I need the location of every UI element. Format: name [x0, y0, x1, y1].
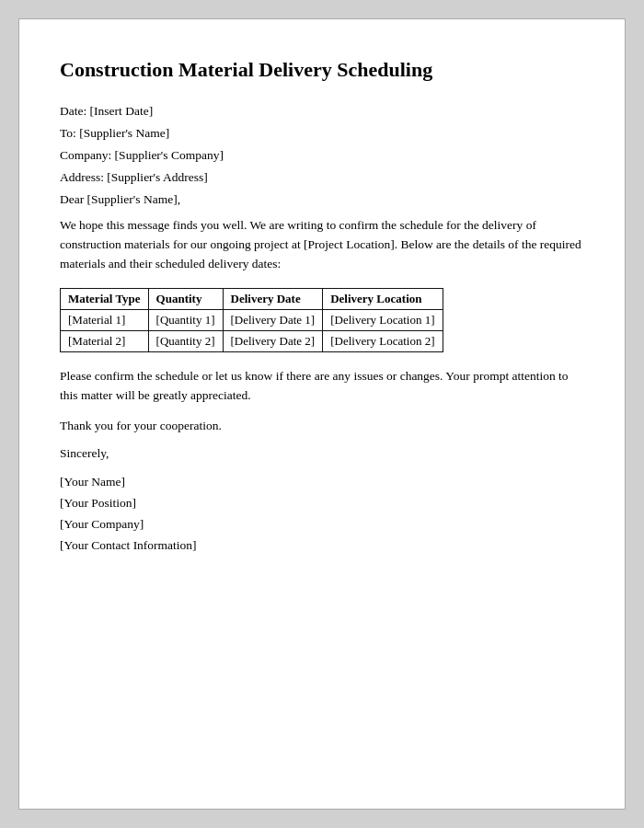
delivery-table: Material Type Quantity Delivery Date Del… — [60, 288, 443, 352]
col-header-delivery-location: Delivery Location — [323, 289, 443, 310]
col-header-delivery-date: Delivery Date — [223, 289, 323, 310]
thank-you: Thank you for your cooperation. — [60, 419, 584, 433]
document-title: Construction Material Delivery Schedulin… — [60, 56, 584, 84]
table-row: [Material 1][Quantity 1][Delivery Date 1… — [61, 310, 443, 331]
signature-position: [Your Position] — [60, 493, 584, 514]
signature-name: [Your Name] — [60, 472, 584, 493]
col-header-quantity: Quantity — [148, 289, 223, 310]
table-cell-row1-col1: [Quantity 2] — [148, 331, 223, 352]
intro-paragraph: We hope this message finds you well. We … — [60, 216, 584, 274]
signature-contact: [Your Contact Information] — [60, 535, 584, 557]
address-line: Address: [Supplier's Address] — [60, 170, 584, 185]
date-line: Date: [Insert Date] — [60, 104, 584, 119]
table-header-row: Material Type Quantity Delivery Date Del… — [61, 289, 443, 310]
sincerely: Sincerely, — [60, 446, 584, 461]
table-row: [Material 2][Quantity 2][Delivery Date 2… — [61, 331, 443, 352]
company-line: Company: [Supplier's Company] — [60, 148, 584, 163]
signature-company: [Your Company] — [60, 514, 584, 535]
table-cell-row0-col2: [Delivery Date 1] — [223, 310, 323, 331]
table-cell-row0-col3: [Delivery Location 1] — [323, 310, 443, 331]
salutation: Dear [Supplier's Name], — [60, 192, 584, 207]
document-container: Construction Material Delivery Schedulin… — [18, 18, 626, 810]
signature-block: [Your Name] [Your Position] [Your Compan… — [60, 472, 584, 557]
table-cell-row0-col0: [Material 1] — [61, 310, 149, 331]
table-cell-row1-col2: [Delivery Date 2] — [223, 331, 323, 352]
to-line: To: [Supplier's Name] — [60, 126, 584, 141]
closing-paragraph: Please confirm the schedule or let us kn… — [60, 367, 584, 406]
table-cell-row1-col3: [Delivery Location 2] — [323, 331, 443, 352]
table-cell-row1-col0: [Material 2] — [61, 331, 149, 352]
col-header-material: Material Type — [61, 289, 149, 310]
table-cell-row0-col1: [Quantity 1] — [148, 310, 223, 331]
